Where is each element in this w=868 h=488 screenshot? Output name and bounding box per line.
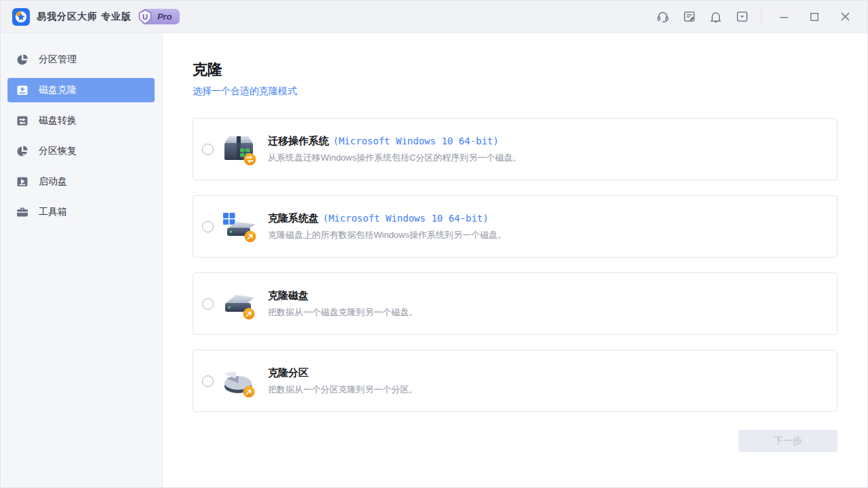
menu-button[interactable] bbox=[734, 9, 750, 25]
partition-recovery-icon bbox=[16, 144, 29, 158]
disk-convert-icon bbox=[16, 114, 29, 127]
option-title: 克隆分区 bbox=[268, 367, 418, 379]
pro-badge-label: Pro bbox=[157, 12, 172, 22]
titlebar-actions bbox=[644, 8, 867, 26]
close-icon bbox=[839, 10, 852, 23]
next-button[interactable]: 下一步 bbox=[738, 430, 837, 452]
sidebar-item-disk-convert[interactable]: 磁盘转换 bbox=[7, 108, 155, 133]
notifications-button[interactable] bbox=[707, 9, 724, 25]
sidebar: 分区管理 磁盘克隆 磁盘转换 bbox=[1, 33, 163, 487]
maximize-icon bbox=[808, 11, 821, 23]
radio-clone-disk[interactable] bbox=[202, 298, 214, 310]
disk-clone-icon bbox=[16, 83, 29, 97]
option-clone-partition[interactable]: 克隆分区 把数据从一个分区克隆到另一个分区。 bbox=[193, 350, 837, 412]
minimize-icon bbox=[778, 11, 790, 23]
clone-mode-list: 迁移操作系统(Microsoft Windows 10 64-bit) 从系统盘… bbox=[193, 118, 837, 412]
feedback-button[interactable] bbox=[681, 9, 697, 25]
option-os-info: (Microsoft Windows 10 64-bit) bbox=[333, 136, 498, 146]
option-title: 克隆系统盘(Microsoft Windows 10 64-bit) bbox=[268, 212, 507, 224]
clone-system-disk-icon bbox=[220, 209, 258, 244]
sidebar-item-partition-recovery[interactable]: 分区恢复 bbox=[7, 139, 155, 163]
radio-clone-partition[interactable] bbox=[202, 375, 214, 387]
maximize-button[interactable] bbox=[806, 9, 823, 25]
radio-migrate-os[interactable] bbox=[202, 144, 214, 155]
option-title: 迁移操作系统(Microsoft Windows 10 64-bit) bbox=[268, 135, 521, 147]
option-clone-disk[interactable]: 克隆磁盘 把数据从一个磁盘克隆到另一个磁盘。 bbox=[193, 272, 837, 335]
boot-disk-icon bbox=[16, 175, 29, 188]
pie-chart-icon bbox=[16, 53, 29, 66]
app-window: 易我分区大师 专业版 U Pro bbox=[0, 0, 868, 488]
clone-partition-icon bbox=[220, 363, 258, 399]
sidebar-item-label: 磁盘克隆 bbox=[39, 84, 77, 96]
option-migrate-os[interactable]: 迁移操作系统(Microsoft Windows 10 64-bit) 从系统盘… bbox=[193, 118, 837, 180]
sidebar-item-label: 磁盘转换 bbox=[39, 115, 77, 127]
option-description: 从系统盘迁移Windows操作系统包括C分区的程序到另一个磁盘。 bbox=[268, 152, 521, 164]
clone-disk-icon bbox=[220, 286, 258, 321]
option-description: 把数据从一个分区克隆到另一个分区。 bbox=[268, 384, 418, 396]
clone-page: 克隆 选择一个合适的克隆模式 bbox=[163, 33, 867, 487]
sidebar-item-disk-clone[interactable]: 磁盘克隆 bbox=[7, 78, 155, 102]
option-description: 把数据从一个磁盘克隆到另一个磁盘。 bbox=[268, 306, 418, 319]
sidebar-item-label: 分区恢复 bbox=[39, 145, 77, 157]
app-logo-icon bbox=[12, 8, 30, 26]
headset-icon bbox=[656, 9, 670, 24]
sidebar-item-label: 工具箱 bbox=[39, 206, 67, 218]
option-description: 克隆磁盘上的所有数据包括Windows操作系统到另一个磁盘。 bbox=[268, 229, 507, 241]
option-clone-system-disk[interactable]: 克隆系统盘(Microsoft Windows 10 64-bit) 克隆磁盘上… bbox=[193, 195, 837, 258]
sidebar-item-label: 启动盘 bbox=[39, 176, 67, 188]
titlebar-divider bbox=[761, 8, 762, 26]
toolbox-icon bbox=[16, 205, 29, 219]
dropdown-box-icon bbox=[735, 9, 749, 24]
footer: 下一步 bbox=[193, 430, 837, 452]
titlebar: 易我分区大师 专业版 U Pro bbox=[1, 1, 867, 33]
pro-badge[interactable]: U Pro bbox=[141, 9, 180, 24]
app-title: 易我分区大师 专业版 bbox=[37, 11, 132, 23]
sidebar-item-label: 分区管理 bbox=[39, 54, 77, 66]
sidebar-item-boot-disk[interactable]: 启动盘 bbox=[7, 169, 155, 194]
option-title: 克隆磁盘 bbox=[268, 289, 418, 302]
support-button[interactable] bbox=[654, 9, 671, 25]
page-title: 克隆 bbox=[193, 62, 837, 78]
option-os-info: (Microsoft Windows 10 64-bit) bbox=[323, 213, 488, 224]
memo-edit-icon bbox=[682, 9, 696, 24]
pro-u-shield-icon: U bbox=[136, 8, 154, 26]
bell-icon bbox=[709, 9, 723, 24]
migrate-os-icon bbox=[220, 131, 258, 167]
minimize-button[interactable] bbox=[776, 9, 792, 25]
close-button[interactable] bbox=[837, 9, 853, 25]
radio-clone-system-disk[interactable] bbox=[202, 221, 214, 232]
sidebar-item-toolbox[interactable]: 工具箱 bbox=[7, 200, 155, 224]
page-subtitle: 选择一个合适的克隆模式 bbox=[193, 85, 837, 98]
sidebar-item-partition-management[interactable]: 分区管理 bbox=[7, 47, 155, 72]
svg-text:U: U bbox=[142, 13, 148, 21]
